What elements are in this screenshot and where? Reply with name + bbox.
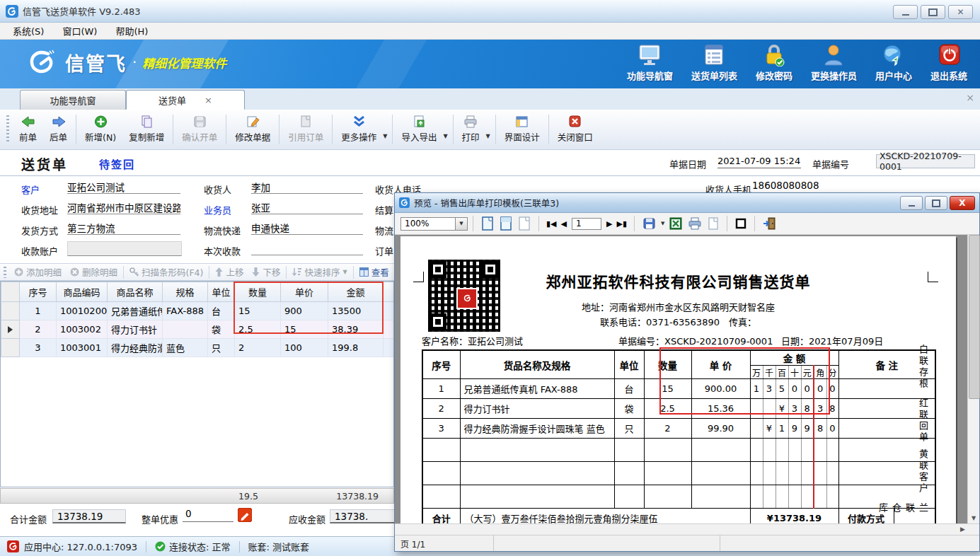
preview-maximize-button[interactable] [925, 196, 947, 210]
scroll-down-icon[interactable]: ▼ [969, 514, 978, 522]
last-page-button[interactable]: ▶▮ [616, 219, 627, 228]
nav-function-window[interactable]: 功能导航窗 [627, 44, 673, 82]
next-order-button[interactable]: 后单 [43, 112, 74, 146]
receiver-phone-field[interactable] [453, 180, 662, 194]
col-spec[interactable]: 规格 [163, 282, 208, 302]
menu-window[interactable]: 窗口(W) [62, 24, 97, 37]
page-width-view-button[interactable] [500, 216, 512, 231]
menu-help[interactable]: 帮助(H) [115, 24, 148, 37]
window-minimize-button[interactable] [893, 5, 918, 19]
table-row[interactable]: 1 100102002 兄弟普通纸传 FAX-888 台 15 900 1350… [1, 302, 395, 320]
logistics-field[interactable]: 申通快递 [251, 221, 363, 235]
blank-page-button[interactable] [708, 217, 719, 230]
normal-view-button[interactable] [518, 216, 531, 231]
export-excel-button[interactable] [669, 217, 682, 230]
print-col-unit: 单位 [614, 350, 644, 379]
add-new-button[interactable]: 新增(N) [79, 112, 122, 146]
col-qty[interactable]: 数量 [235, 282, 281, 302]
preview-vertical-scrollbar[interactable]: ▼ [967, 235, 979, 523]
col-seq[interactable]: 序号 [20, 282, 57, 302]
confirm-order-button[interactable]: 确认开单 [175, 112, 224, 146]
preview-minimize-button[interactable] [900, 196, 923, 210]
copy-new-button[interactable]: 复制新增 [122, 112, 171, 146]
nav-change-password[interactable]: 修改密码 [756, 44, 792, 82]
table-row-selected[interactable]: 2 1003002 得力订书针 袋 2.5 15 38.39 [1, 320, 395, 339]
save-dropdown-icon[interactable]: ▼ [661, 221, 664, 226]
account-field[interactable] [67, 241, 182, 256]
ui-design-button[interactable]: 界面设计 [498, 112, 546, 146]
import-export-button[interactable]: 导入导出 [395, 112, 443, 146]
col-name[interactable]: 商品名称 [108, 282, 163, 302]
paynow-field[interactable] [251, 241, 363, 255]
print-report-button[interactable] [688, 217, 702, 230]
col-amount[interactable]: 金额 [328, 282, 384, 302]
scan-barcode-button[interactable]: 扫描条形码(F4) [125, 265, 207, 279]
tabbar-close-icon[interactable]: × [966, 93, 974, 103]
ship-method-field[interactable]: 第三方物流 [67, 221, 180, 235]
prev-order-button[interactable]: 前单 [13, 112, 43, 146]
next-page-button[interactable]: ▶ [606, 219, 612, 228]
nav-switch-operator[interactable]: 更换操作员 [811, 44, 857, 82]
add-detail-button[interactable]: 添加明细 [10, 265, 66, 279]
zoom-select[interactable]: 100% [400, 217, 456, 231]
col-code[interactable]: 商品编码 [57, 282, 108, 302]
scroll-right-icon[interactable]: ▶ [960, 526, 965, 533]
preview-horizontal-scrollbar[interactable]: ▶ [395, 523, 979, 535]
tab-close-icon[interactable]: × [204, 95, 212, 105]
receiver-mobile-field[interactable]: 18608080808 [752, 180, 915, 194]
tab-function-nav[interactable]: 功能导航窗 [20, 90, 126, 110]
zoom-dropdown-icon[interactable]: ▼ [456, 217, 468, 231]
salesman-field[interactable]: 张亚 [251, 200, 363, 214]
delete-detail-button[interactable]: 删除明细 [66, 265, 122, 279]
window-titlebar: 信管飞送货单软件 V9.2.483 ✕ [0, 0, 980, 23]
edit-order-button[interactable]: 修改单据 [229, 112, 277, 146]
preview-titlebar[interactable]: 预览 - 销售出库单打印模板(三联单3) X [395, 193, 979, 213]
table-row[interactable]: 3 1003001 得力经典防滑 蓝色 只 2 100 199.8 [1, 339, 395, 357]
cell-code: 1003002 [57, 320, 108, 339]
toolbar-grip[interactable] [6, 115, 9, 144]
prev-page-button[interactable]: ◀ [561, 219, 567, 228]
move-down-button[interactable]: 下移 [248, 265, 284, 279]
customer-field[interactable]: 亚拓公司测试 [67, 180, 180, 194]
list-icon [701, 44, 727, 66]
page-setup-button[interactable] [735, 218, 746, 229]
preview-close-button[interactable]: X [950, 196, 975, 210]
reference-order-button[interactable]: 引用订单 [282, 112, 330, 146]
address-field[interactable]: 河南省郑州市中原区建设路 [67, 200, 180, 214]
sort-icon [292, 267, 301, 277]
discount-field[interactable]: 0 [183, 508, 234, 522]
order-date-label: 单据日期 [669, 157, 706, 170]
quick-sort-button[interactable]: 快速排序 ▼ [288, 265, 351, 279]
view-product-button[interactable]: 查看 [355, 265, 393, 279]
exit-preview-button[interactable] [763, 217, 776, 230]
first-page-button[interactable]: ▮◀ [546, 219, 557, 228]
more-actions-button[interactable]: 更多操作 [335, 112, 383, 146]
printer-icon [463, 115, 478, 128]
close-window-button[interactable]: 关闭窗口 [551, 112, 599, 146]
receivable-field: 13738. [330, 509, 400, 523]
print-button[interactable]: 打印 [456, 112, 486, 146]
col-unit[interactable]: 单位 [208, 282, 235, 302]
save-report-button[interactable] [642, 217, 656, 230]
nav-delivery-list[interactable]: 送货单列表 [691, 44, 737, 82]
move-up-button[interactable]: 上移 [211, 265, 248, 279]
more-actions-dropdown-icon[interactable]: ▼ [383, 120, 387, 139]
detailbar-grip[interactable] [4, 267, 6, 278]
menu-system[interactable]: 系统(S) [13, 24, 44, 37]
order-date-field[interactable]: 2021-07-09 15:24 [717, 156, 801, 168]
print-dropdown-icon[interactable]: ▼ [486, 120, 490, 139]
discount-edit-icon[interactable] [238, 508, 252, 522]
whole-page-view-button[interactable] [481, 216, 494, 231]
window-close-button[interactable]: ✕ [948, 5, 973, 19]
page-number-input[interactable]: 1 [572, 218, 601, 230]
import-export-dropdown-icon[interactable]: ▼ [443, 120, 447, 139]
col-price[interactable]: 单价 [281, 282, 328, 302]
tab-delivery-order[interactable]: 送货单 × [126, 90, 245, 110]
nav-user-center[interactable]: 用户中心 [875, 44, 912, 82]
receiver-field[interactable]: 李加 [251, 180, 363, 194]
window-maximize-button[interactable] [921, 5, 945, 19]
nav-exit-system[interactable]: 退出系统 [930, 44, 967, 82]
scrollbar-thumb[interactable] [969, 235, 980, 399]
window-title: 信管飞送货单软件 V9.2.483 [23, 4, 141, 18]
connection-status: 连接状态: 正常 [169, 540, 231, 553]
